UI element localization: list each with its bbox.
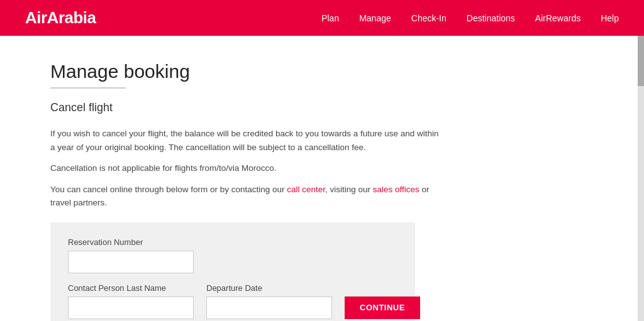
title-divider (50, 87, 126, 89)
sales-offices-link[interactable]: sales offices (373, 185, 419, 194)
departure-input[interactable] (206, 297, 332, 319)
scrollbar[interactable] (638, 36, 644, 321)
cancel-form: Reservation Number Contact Person Last N… (50, 222, 415, 321)
info-paragraph-3: You can cancel online through below form… (50, 183, 440, 210)
last-name-input[interactable] (68, 297, 194, 319)
info-paragraph-1: If you wish to cancel your flight, the b… (50, 127, 440, 154)
main-content: Manage booking Cancel flight If you wish… (0, 36, 644, 321)
info-paragraph-2: Cancellation is not applicable for fligh… (50, 161, 440, 175)
nav-airrewards[interactable]: AirRewards (535, 13, 580, 23)
logo[interactable]: AirArabia (25, 8, 96, 28)
reservation-input[interactable] (68, 251, 194, 273)
departure-label: Departure Date (206, 283, 332, 293)
site-header: AirArabia Plan Manage Check-In Destinati… (0, 0, 644, 36)
scroll-thumb[interactable] (638, 36, 644, 86)
last-name-group: Contact Person Last Name (68, 283, 194, 319)
nav-destinations[interactable]: Destinations (467, 13, 515, 23)
info-p3-prefix: You can cancel online through below form… (50, 185, 287, 194)
info-p3-mid: , visiting our (325, 185, 373, 194)
continue-button[interactable]: CONTINUE (345, 297, 420, 319)
reservation-row: Reservation Number (68, 237, 397, 273)
nav-help[interactable]: Help (601, 13, 619, 23)
section-title: Cancel flight (50, 101, 619, 114)
reservation-label: Reservation Number (68, 237, 397, 247)
page-title: Manage booking (50, 61, 619, 82)
last-name-label: Contact Person Last Name (68, 283, 194, 293)
main-nav: Plan Manage Check-In Destinations AirRew… (321, 13, 619, 23)
details-row: Contact Person Last Name Departure Date … (68, 283, 397, 319)
departure-group: Departure Date (206, 283, 332, 319)
nav-checkin[interactable]: Check-In (411, 13, 447, 23)
nav-manage[interactable]: Manage (359, 13, 391, 23)
reservation-group: Reservation Number (68, 237, 397, 273)
nav-plan[interactable]: Plan (321, 13, 339, 23)
call-center-link[interactable]: call center (287, 185, 325, 194)
